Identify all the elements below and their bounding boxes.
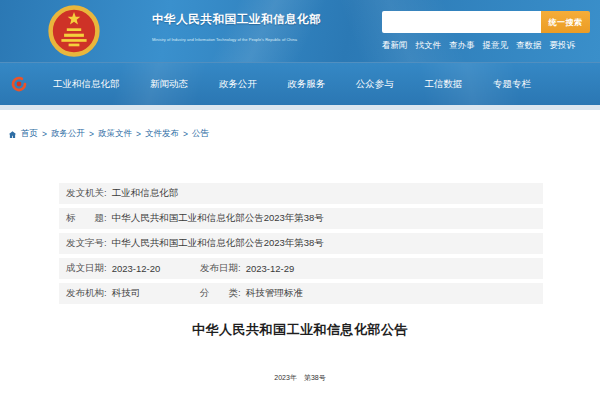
quick-links: 看新闻 找文件 查办事 提意见 查数据 要投诉	[382, 40, 575, 52]
breadcrumb-separator: >	[136, 129, 141, 139]
page-title: 中华人民共和国工业和信息化部公告	[0, 321, 600, 339]
nav-item-topics[interactable]: 专题专栏	[493, 78, 531, 91]
meta-cell: 标 题: 中华人民共和国工业和信息化部公告2023年第38号	[66, 212, 324, 225]
unified-search-button[interactable]: 统一搜索	[541, 11, 590, 33]
meta-row-issuing-authority: 发文机关: 工业和信息化部	[59, 183, 543, 204]
meta-value: 工业和信息化部	[112, 187, 179, 200]
quick-link-news[interactable]: 看新闻	[382, 40, 408, 52]
search-bar: 统一搜索	[382, 11, 590, 33]
nav-item-gov-services[interactable]: 政务服务	[287, 78, 325, 91]
meta-label: 标 题:	[66, 212, 107, 225]
breadcrumb-policy-files[interactable]: 政策文件	[98, 128, 132, 140]
breadcrumb-separator: >	[42, 129, 47, 139]
main-nav: 工业和信息化部 新闻动态 政务公开 政务服务 公众参与 工信数据 专题专栏	[0, 62, 600, 105]
meta-cell: 成文日期: 2023-12-20	[66, 262, 200, 275]
quick-link-services[interactable]: 查办事	[449, 40, 475, 52]
meta-label: 发布机构:	[66, 287, 107, 300]
quick-link-data[interactable]: 查数据	[516, 40, 542, 52]
meta-label: 发布日期:	[200, 262, 241, 275]
quick-link-suggest[interactable]: 提意见	[483, 40, 509, 52]
meta-cell: 发文字号: 中华人民共和国工业和信息化部公告2023年第38号	[66, 237, 324, 250]
search-input[interactable]	[382, 11, 541, 33]
meta-value: 科技司	[112, 287, 141, 300]
breadcrumb-separator: >	[89, 129, 94, 139]
meta-cell: 发布日期: 2023-12-29	[200, 262, 294, 275]
breadcrumb-separator: >	[183, 129, 188, 139]
breadcrumb-gov-open[interactable]: 政务公开	[51, 128, 85, 140]
breadcrumb-current: 公告	[192, 128, 209, 140]
home-icon[interactable]	[8, 130, 17, 139]
nav-items: 工业和信息化部 新闻动态 政务公开 政务服务 公众参与 工信数据 专题专栏	[53, 78, 531, 91]
quick-link-files[interactable]: 找文件	[416, 40, 442, 52]
meta-label: 成文日期:	[66, 262, 107, 275]
site-banner: 中华人民共和国工业和信息化部 Ministry of Industry and …	[0, 0, 600, 62]
nav-item-gov-open[interactable]: 政务公开	[219, 78, 257, 91]
site-title: 中华人民共和国工业和信息化部	[152, 12, 321, 27]
meta-label: 发文字号:	[66, 237, 107, 250]
meta-row-title: 标 题: 中华人民共和国工业和信息化部公告2023年第38号	[59, 208, 543, 229]
meta-row-dates: 成文日期: 2023-12-20 发布日期: 2023-12-29	[59, 258, 543, 279]
meta-label: 发文机关:	[66, 187, 107, 200]
breadcrumb-file-release[interactable]: 文件发布	[145, 128, 179, 140]
nav-item-news[interactable]: 新闻动态	[150, 78, 188, 91]
meta-row-document-number: 发文字号: 中华人民共和国工业和信息化部公告2023年第38号	[59, 233, 543, 254]
meta-value: 中华人民共和国工业和信息化部公告2023年第38号	[112, 212, 324, 225]
issue-number-line: 2023年 第38号	[0, 373, 600, 383]
meta-cell: 分 类: 科技管理标准	[200, 287, 303, 300]
breadcrumb: 首页 > 政务公开 > 政策文件 > 文件发布 > 公告	[0, 110, 600, 141]
nav-item-participation[interactable]: 公众参与	[356, 78, 394, 91]
nav-item-data[interactable]: 工信数据	[424, 78, 462, 91]
national-emblem-icon	[47, 4, 101, 58]
meta-value: 2023-12-20	[112, 263, 161, 274]
document-meta-table: 发文机关: 工业和信息化部 标 题: 中华人民共和国工业和信息化部公告2023年…	[59, 183, 543, 304]
breadcrumb-home[interactable]: 首页	[21, 128, 38, 140]
quick-link-complaint[interactable]: 要投诉	[550, 40, 576, 52]
site-subtitle-en: Ministry of Industry and Information Tec…	[152, 37, 297, 41]
meta-value: 中华人民共和国工业和信息化部公告2023年第38号	[112, 237, 324, 250]
meta-value: 科技管理标准	[246, 287, 303, 300]
nav-item-miit[interactable]: 工业和信息化部	[53, 78, 120, 91]
meta-label: 分 类:	[200, 287, 241, 300]
meta-row-publisher-category: 发布机构: 科技司 分 类: 科技管理标准	[59, 283, 543, 304]
miit-swirl-logo-icon[interactable]	[10, 75, 28, 93]
meta-cell: 发文机关: 工业和信息化部	[66, 187, 178, 200]
meta-cell: 发布机构: 科技司	[66, 287, 200, 300]
meta-value: 2023-12-29	[246, 263, 295, 274]
